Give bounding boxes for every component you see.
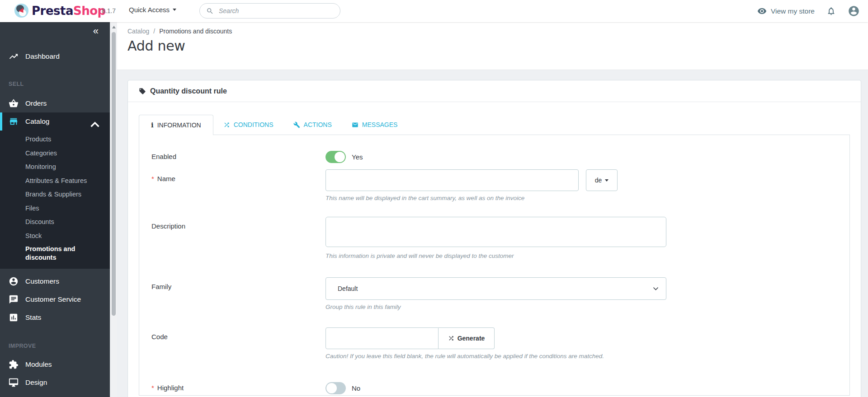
scrollbar-thumb[interactable] — [112, 32, 116, 316]
chevron-down-icon — [653, 287, 659, 290]
breadcrumb-separator: / — [153, 28, 155, 35]
puzzle-piece-icon — [9, 360, 19, 369]
code-label: Code — [151, 327, 326, 360]
code-row: Code Generate Caution! If you leave this… — [139, 327, 849, 360]
bell-icon — [826, 6, 836, 16]
sidebar-item-promotions-and-discounts[interactable]: Promotions and discounts — [0, 243, 93, 263]
required-marker: * — [151, 384, 154, 394]
name-label: * Name — [151, 169, 326, 201]
eye-icon — [757, 6, 767, 16]
scrollbar-up-arrow-icon[interactable] — [112, 26, 116, 28]
sidebar-item-orders[interactable]: Orders — [0, 94, 110, 112]
quantity-discount-rule-panel: Quantity discount rule i INFORMATION CON… — [127, 80, 861, 397]
language-dropdown-button[interactable]: de — [586, 169, 618, 191]
sidebar-item-dashboard[interactable]: Dashboard — [0, 47, 110, 65]
required-marker: * — [151, 175, 154, 201]
search-input[interactable] — [218, 7, 334, 15]
family-select[interactable]: Default — [326, 277, 666, 300]
shuffle-icon — [448, 335, 454, 341]
sidebar-item-attributes-features[interactable]: Attributes & Features — [0, 174, 110, 188]
breadcrumb: Catalog / Promotions and discounts — [127, 22, 868, 35]
search-icon — [206, 7, 214, 15]
enabled-row: Enabled Yes — [139, 150, 849, 163]
desktop-monitor-icon — [9, 378, 19, 388]
info-icon: i — [151, 122, 154, 129]
breadcrumb-catalog[interactable]: Catalog — [127, 28, 149, 35]
enabled-toggle[interactable] — [326, 151, 346, 163]
wrench-icon — [293, 121, 300, 128]
generate-button[interactable]: Generate — [439, 327, 495, 349]
avatar-icon — [848, 5, 860, 17]
breadcrumb-promotions-and-discounts[interactable]: Promotions and discounts — [159, 28, 232, 35]
catalog-submenu: Products Categories Monitoring Attribute… — [0, 131, 110, 263]
highlight-value: No — [352, 384, 360, 392]
sidebar-item-customers[interactable]: Customers — [0, 272, 110, 290]
enabled-label: Enabled — [151, 150, 326, 163]
sidebar-item-files[interactable]: Files — [0, 201, 110, 215]
family-label: Family — [151, 277, 326, 310]
sidebar-item-categories[interactable]: Categories — [0, 146, 110, 160]
bar-chart-icon — [9, 313, 19, 322]
tab-actions[interactable]: ACTIONS — [283, 115, 342, 135]
panel-title: Quantity discount rule — [150, 87, 227, 95]
prestashop-logo[interactable]: PrestaShop — [14, 4, 106, 18]
sidebar-section-improve: IMPROVE — [0, 343, 110, 351]
description-label: Description — [151, 217, 326, 259]
name-input[interactable] — [326, 169, 579, 191]
trending-up-icon — [9, 51, 19, 61]
chat-bubble-icon — [9, 294, 19, 304]
prestashop-logo-icon — [14, 4, 28, 18]
code-input[interactable] — [326, 327, 439, 349]
sidebar-catalog-expanded-block: Catalog Products Categories Monitoring A… — [0, 112, 110, 269]
global-search — [199, 3, 340, 19]
name-row: * Name de This name will be displayed in… — [139, 169, 849, 201]
shuffle-icon — [223, 121, 230, 128]
sidebar-item-design[interactable]: Design — [0, 374, 110, 392]
notifications-button[interactable] — [826, 6, 836, 16]
sidebar-item-stats[interactable]: Stats — [0, 308, 110, 327]
brand-wordmark: PrestaShop — [32, 4, 106, 18]
quick-access-button[interactable]: Quick Access — [129, 6, 176, 14]
name-help-text: This name will be displayed in the cart … — [326, 195, 618, 201]
description-textarea[interactable] — [326, 217, 666, 247]
prestashop-admin-app: PrestaShop 8.1.7 Quick Access View my st… — [0, 0, 868, 397]
sidebar-collapse-button[interactable]: « — [93, 25, 99, 37]
tab-information[interactable]: i INFORMATION — [139, 115, 213, 135]
sidebar-item-customer-service[interactable]: Customer Service — [0, 290, 110, 308]
sidebar-item-monitoring[interactable]: Monitoring — [0, 160, 110, 174]
envelope-icon — [352, 121, 359, 128]
toggle-knob — [335, 152, 345, 162]
view-my-store-button[interactable]: View my store — [757, 6, 815, 16]
highlight-label: * Highlight — [151, 381, 326, 394]
storefront-icon — [9, 117, 19, 126]
chevron-down-icon — [173, 9, 176, 11]
main-content: Catalog / Promotions and discounts Add n… — [117, 22, 868, 397]
family-row: Family Default Group this rule in this f… — [139, 277, 849, 310]
sidebar-scrollbar[interactable] — [110, 22, 117, 397]
description-help-text: This information is private and will nev… — [326, 252, 666, 259]
tab-messages[interactable]: MESSAGES — [342, 115, 408, 135]
sidebar-item-modules[interactable]: Modules — [0, 355, 110, 374]
description-row: Description This information is private … — [139, 217, 849, 259]
highlight-row: * Highlight No — [139, 381, 849, 394]
sidebar-item-discounts[interactable]: Discounts — [0, 215, 110, 229]
sidebar-item-products[interactable]: Products — [0, 132, 110, 146]
sidebar-nav: « Dashboard SELL Orders Catalog Products… — [0, 22, 110, 397]
toggle-knob — [326, 383, 337, 393]
rule-tabs: i INFORMATION CONDITIONS ACTIONS MESSAGE… — [139, 115, 850, 135]
code-help-text: Caution! If you leave this field blank, … — [326, 353, 604, 360]
page-title: Add new — [127, 38, 868, 54]
account-menu-button[interactable] — [848, 5, 860, 17]
page-toolbar: Catalog / Promotions and discounts Add n… — [117, 22, 868, 70]
panel-header: Quantity discount rule — [128, 80, 861, 102]
tag-icon — [139, 88, 146, 95]
top-header: PrestaShop 8.1.7 Quick Access View my st… — [0, 0, 868, 22]
version-label: 8.1.7 — [102, 7, 116, 14]
sidebar-item-catalog[interactable]: Catalog — [0, 112, 110, 131]
sidebar-item-stock[interactable]: Stock — [0, 229, 110, 243]
highlight-toggle[interactable] — [326, 382, 346, 394]
sidebar-item-brands-suppliers[interactable]: Brands & Suppliers — [0, 187, 110, 201]
sidebar-section-sell: SELL — [0, 81, 110, 89]
tab-conditions[interactable]: CONDITIONS — [213, 115, 283, 135]
chevron-down-icon — [605, 179, 609, 182]
